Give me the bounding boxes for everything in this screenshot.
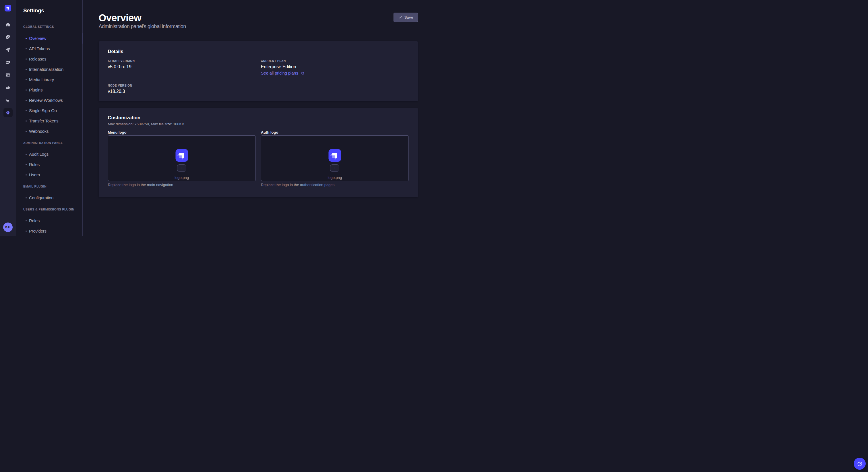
sidebar-item-label: Single Sign-On bbox=[29, 108, 57, 113]
sidebar-item-releases[interactable]: Releases bbox=[16, 54, 82, 64]
images-icon bbox=[5, 60, 10, 65]
section-email-plugin: EMAIL PLUGIN Configuration bbox=[16, 184, 82, 203]
gear-icon bbox=[5, 110, 10, 115]
menu-logo-upload-box[interactable]: logo.png bbox=[108, 135, 256, 181]
nav-content-manager-button[interactable] bbox=[3, 32, 12, 42]
strapi-logo-icon[interactable] bbox=[5, 5, 11, 11]
sidebar-item-single-sign-on[interactable]: Single Sign-On bbox=[16, 105, 82, 116]
sidebar-item-review-workflows[interactable]: Review Workflows bbox=[16, 95, 82, 105]
rail-user-block: KD bbox=[0, 217, 16, 236]
nav-content-type-builder-button[interactable] bbox=[3, 70, 12, 79]
nav-media-library-button[interactable] bbox=[3, 58, 12, 67]
section-label: ADMINISTRATION PANEL bbox=[23, 140, 82, 145]
bullet-dot bbox=[26, 174, 27, 175]
section-label: USERS & PERMISSIONS PLUGIN bbox=[23, 207, 82, 212]
check-icon bbox=[398, 15, 402, 19]
sidebar-item-label: API Tokens bbox=[29, 46, 50, 51]
save-button[interactable]: Save bbox=[394, 12, 418, 22]
nav-releases-button[interactable] bbox=[3, 45, 12, 54]
sidebar-item-users[interactable]: Users bbox=[16, 170, 82, 180]
menu-logo-filename: logo.png bbox=[175, 175, 189, 181]
sidebar-item-audit-logs[interactable]: Audit Logs bbox=[16, 149, 82, 160]
bullet-dot bbox=[26, 38, 27, 39]
sidebar-item-configuration[interactable]: Configuration bbox=[16, 193, 82, 203]
nav-purchase-button[interactable] bbox=[3, 96, 12, 105]
menu-logo-input: Menu logo logo.png Replace the logo in t… bbox=[108, 130, 256, 188]
sidebar-item-label: Roles bbox=[29, 218, 40, 223]
rail-nav bbox=[3, 16, 12, 121]
sidebar-item-plugins[interactable]: Plugins bbox=[16, 85, 82, 95]
settings-sidebar: Settings GLOBAL SETTINGS Overview API To… bbox=[16, 0, 83, 236]
auth-logo-add-button[interactable] bbox=[330, 164, 339, 172]
bullet-dot bbox=[26, 110, 27, 111]
nav-deploy-button[interactable] bbox=[3, 83, 12, 92]
pricing-plans-link[interactable]: See all pricing plans bbox=[261, 70, 305, 76]
paper-plane-icon bbox=[5, 47, 10, 52]
section-label: GLOBAL SETTINGS bbox=[23, 24, 82, 29]
sidebar-item-internationalization[interactable]: Internationalization bbox=[16, 64, 82, 74]
sidebar-item-roles[interactable]: Roles bbox=[16, 160, 82, 170]
sidebar-item-label: Audit Logs bbox=[29, 152, 49, 157]
auth-logo-hint: Replace the logo in the authentication p… bbox=[261, 182, 409, 188]
page-header: Overview Administration panel’s global i… bbox=[99, 0, 418, 30]
field-label: STRAPI VERSION bbox=[108, 59, 256, 63]
auth-logo-filename: logo.png bbox=[328, 175, 342, 181]
page-subtitle: Administration panel’s global informatio… bbox=[99, 23, 418, 30]
customization-card: Customization Max dimension: 750×750, Ma… bbox=[99, 108, 418, 197]
bullet-dot bbox=[26, 79, 27, 80]
bullet-dot bbox=[26, 121, 27, 122]
sidebar-item-label: Roles bbox=[29, 162, 40, 167]
bullet-dot bbox=[26, 231, 27, 232]
layout-icon bbox=[5, 72, 10, 77]
bullet-dot bbox=[26, 164, 27, 165]
nav-home-button[interactable] bbox=[3, 20, 12, 29]
bullet-dot bbox=[26, 100, 27, 101]
bullet-dot bbox=[26, 131, 27, 132]
section-users-permissions-plugin: USERS & PERMISSIONS PLUGIN Roles Provide… bbox=[16, 207, 82, 236]
field-empty bbox=[261, 83, 409, 95]
details-card-title: Details bbox=[108, 48, 409, 55]
menu-logo-add-button[interactable] bbox=[177, 164, 186, 172]
field-value: v18.20.3 bbox=[108, 88, 256, 95]
sidebar-item-providers[interactable]: Providers bbox=[16, 226, 82, 236]
sidebar-item-api-tokens[interactable]: API Tokens bbox=[16, 43, 82, 54]
sidebar-item-label: Providers bbox=[29, 229, 46, 233]
logo-inputs-row: Menu logo logo.png Replace the logo in t… bbox=[108, 130, 409, 188]
plus-icon bbox=[180, 166, 184, 170]
bullet-dot bbox=[26, 154, 27, 155]
user-avatar[interactable]: KD bbox=[3, 223, 12, 232]
section-global-settings: GLOBAL SETTINGS Overview API Tokens Rele… bbox=[16, 24, 82, 136]
auth-logo-upload-box[interactable]: logo.png bbox=[261, 135, 409, 181]
customization-card-title: Customization bbox=[108, 114, 409, 121]
sidebar-item-up-roles[interactable]: Roles bbox=[16, 216, 82, 226]
sidebar-item-media-library[interactable]: Media Library bbox=[16, 74, 82, 85]
sidebar-item-label: Webhooks bbox=[29, 129, 49, 134]
menu-logo-label: Menu logo bbox=[108, 130, 256, 135]
sidebar-item-label: Configuration bbox=[29, 195, 53, 200]
sidebar-item-label: Transfer Tokens bbox=[29, 119, 58, 123]
sidebar-item-label: Media Library bbox=[29, 77, 54, 82]
cloud-icon bbox=[5, 85, 10, 90]
sidebar-item-label: Review Workflows bbox=[29, 98, 63, 103]
plus-icon bbox=[333, 166, 337, 170]
field-value: Enterprise Edition bbox=[261, 63, 409, 70]
field-value: v5.0.0-rc.19 bbox=[108, 63, 256, 70]
customization-card-subtitle: Max dimension: 750×750, Max file size: 1… bbox=[108, 121, 409, 127]
strapi-logo-preview bbox=[175, 149, 188, 162]
sidebar-item-overview[interactable]: Overview bbox=[16, 33, 82, 43]
workspace-logo-block bbox=[0, 0, 16, 16]
main-nav-rail: KD bbox=[0, 0, 16, 236]
section-label: EMAIL PLUGIN bbox=[23, 184, 82, 189]
sidebar-item-label: Releases bbox=[29, 57, 46, 61]
save-button-label: Save bbox=[404, 15, 413, 20]
bullet-dot bbox=[26, 59, 27, 60]
bullet-dot bbox=[26, 197, 27, 198]
details-grid: STRAPI VERSION v5.0.0-rc.19 CURRENT PLAN… bbox=[108, 59, 409, 95]
bullet-dot bbox=[26, 48, 27, 49]
section-administration-panel: ADMINISTRATION PANEL Audit Logs Roles Us… bbox=[16, 140, 82, 180]
sidebar-item-webhooks[interactable]: Webhooks bbox=[16, 126, 82, 136]
sidebar-item-transfer-tokens[interactable]: Transfer Tokens bbox=[16, 116, 82, 126]
nav-settings-button[interactable] bbox=[3, 108, 12, 117]
sidebar-item-label: Plugins bbox=[29, 88, 42, 92]
sidebar-title: Settings bbox=[23, 7, 82, 14]
